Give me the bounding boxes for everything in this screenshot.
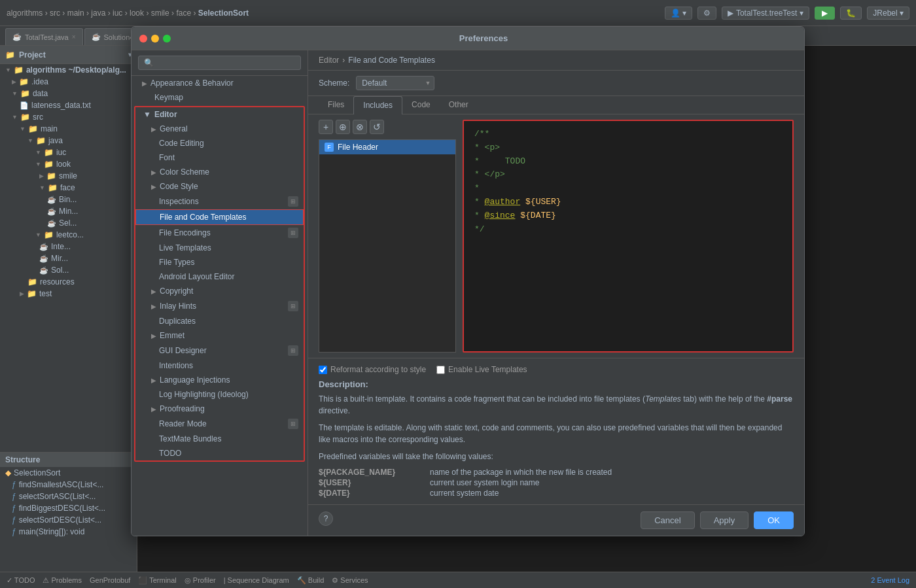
nav-file-code-templates[interactable]: File and Code Templates xyxy=(135,209,304,225)
dialog-breadcrumb: Editor › File and Code Templates xyxy=(308,50,804,71)
nav-inspections[interactable]: Inspections ⊞ xyxy=(135,194,304,209)
tree-bin[interactable]: ☕ Bin... xyxy=(0,194,137,205)
nav-file-types[interactable]: File Types xyxy=(135,255,304,269)
cancel-button[interactable]: Cancel xyxy=(641,511,694,529)
tree-look[interactable]: ▼ 📁 look xyxy=(0,158,137,170)
status-genprotobuf[interactable]: GenProtobuf xyxy=(90,576,130,584)
topbar-right: 👤 ▾ ⚙ ▶ TotalTest.treeTest ▾ ▶ 🐛 JRebel … xyxy=(665,7,909,20)
struct-selectionsort[interactable]: ◆ SelectionSort xyxy=(0,467,137,479)
copy-template-btn[interactable]: ⊕ xyxy=(336,120,350,134)
help-button[interactable]: ? xyxy=(319,511,333,526)
template-file-header[interactable]: F File Header xyxy=(319,140,455,154)
reformat-checkbox-label[interactable]: Reformat according to style xyxy=(319,365,426,374)
tree-sel[interactable]: ☕ Sel... xyxy=(0,217,137,229)
tab-code[interactable]: Code xyxy=(402,96,440,114)
tab-includes[interactable]: Includes xyxy=(353,96,402,114)
tree-lateness[interactable]: 📄 lateness_data.txt xyxy=(0,99,137,111)
status-services[interactable]: ⚙ Services xyxy=(332,576,368,585)
tree-resources[interactable]: 📁 resources xyxy=(0,276,137,288)
status-terminal[interactable]: ⬛ Terminal xyxy=(138,576,176,585)
tree-idea[interactable]: ▶ 📁 .idea xyxy=(0,76,137,88)
nav-copyright[interactable]: ▶ Copyright xyxy=(135,284,304,298)
status-sequence[interactable]: | Sequence Diagram xyxy=(224,576,289,584)
tree-java[interactable]: ▼ 📁 java xyxy=(0,135,137,147)
jrebel-button[interactable]: JRebel ▾ xyxy=(867,7,909,20)
tree-face[interactable]: ▼ 📁 face xyxy=(0,182,137,194)
description-title: Description: xyxy=(319,379,794,389)
preferences-dialog: Preferences ▶ Appearance & Behavior Keym… xyxy=(131,26,805,536)
tree-src[interactable]: ▼ 📁 src xyxy=(0,111,137,123)
tree-sol[interactable]: ☕ Sol... xyxy=(0,264,137,276)
nav-duplicates[interactable]: Duplicates xyxy=(135,314,304,328)
nav-editor-header[interactable]: ▼ Editor xyxy=(135,107,304,122)
delete-template-btn[interactable]: ⊗ xyxy=(353,120,367,134)
search-input[interactable] xyxy=(138,56,301,70)
nav-keymap[interactable]: Keymap xyxy=(132,90,308,105)
status-todo[interactable]: ✓ TODO xyxy=(7,576,35,585)
nav-gui-designer[interactable]: GUI Designer ⊞ xyxy=(135,343,304,358)
run-config-button[interactable]: ▶ TotalTest.treeTest ▾ xyxy=(722,7,809,20)
reset-template-btn[interactable]: ↺ xyxy=(370,120,384,134)
debug-button[interactable]: 🐛 xyxy=(840,7,862,20)
tree-algorithms[interactable]: ▼ 📁 algorithms ~/Desktop/alg... xyxy=(0,64,137,76)
live-templates-checkbox[interactable] xyxy=(436,366,445,374)
code-line-2: * <p> xyxy=(474,141,782,155)
live-templates-checkbox-label[interactable]: Enable Live Templates xyxy=(436,365,527,374)
nav-live-templates[interactable]: Live Templates xyxy=(135,241,304,255)
nav-code-style[interactable]: ▶ Code Style xyxy=(135,179,304,194)
struct-find-biggest[interactable]: ƒ findBiggestDESC(List<... xyxy=(0,502,137,514)
nav-reader-mode[interactable]: Reader Mode ⊞ xyxy=(135,416,304,432)
tab-other[interactable]: Other xyxy=(440,96,478,114)
tab-files[interactable]: Files xyxy=(319,96,353,114)
scheme-select[interactable]: Default xyxy=(356,76,434,90)
reformat-row: Reformat according to style Enable Live … xyxy=(319,365,794,374)
vcs-button[interactable]: 👤 ▾ xyxy=(665,7,692,20)
add-template-btn[interactable]: + xyxy=(319,120,333,134)
status-problems[interactable]: ⚠ Problems xyxy=(43,576,82,585)
tree-leetco[interactable]: ▼ 📁 leetco... xyxy=(0,229,137,241)
scheme-row: Scheme: Default xyxy=(308,71,804,96)
tree-test[interactable]: ▶ 📁 test xyxy=(0,288,137,300)
tree-inte[interactable]: ☕ Inte... xyxy=(0,241,137,252)
nav-todo[interactable]: TODO xyxy=(135,446,304,460)
reformat-checkbox[interactable] xyxy=(319,366,327,374)
status-profiler[interactable]: ◎ Profiler xyxy=(185,576,216,585)
ok-button[interactable]: OK xyxy=(754,511,794,529)
code-line-6: * @author ${USER} xyxy=(474,196,782,209)
close-button[interactable] xyxy=(139,35,147,43)
run-button[interactable]: ▶ xyxy=(815,7,835,20)
tree-iuc[interactable]: ▼ 📁 iuc xyxy=(0,147,137,158)
tree-mir[interactable]: ☕ Min... xyxy=(0,205,137,217)
nav-code-editing[interactable]: Code Editing xyxy=(135,136,304,150)
nav-font[interactable]: Font xyxy=(135,150,304,165)
nav-appearance[interactable]: ▶ Appearance & Behavior xyxy=(132,76,308,90)
settings-button[interactable]: ⚙ xyxy=(697,7,716,20)
tab-totaltest[interactable]: ☕ TotalTest.java × xyxy=(5,28,83,45)
struct-find-smallest[interactable]: ƒ findSmallestASC(List<... xyxy=(0,479,137,491)
nav-file-encodings[interactable]: File Encodings ⊞ xyxy=(135,225,304,241)
struct-select-sort-asc[interactable]: ƒ selectSortASC(List<... xyxy=(0,491,137,502)
struct-main[interactable]: ƒ main(String[]): void xyxy=(0,526,137,538)
nav-intentions[interactable]: Intentions xyxy=(135,358,304,373)
apply-button[interactable]: Apply xyxy=(700,511,749,529)
nav-color-scheme[interactable]: ▶ Color Scheme xyxy=(135,165,304,179)
event-log[interactable]: 2 Event Log xyxy=(871,576,909,584)
nav-general[interactable]: ▶ General xyxy=(135,122,304,136)
minimize-button[interactable] xyxy=(151,35,159,43)
nav-android-layout[interactable]: Android Layout Editor xyxy=(135,269,304,284)
tree-main[interactable]: ▼ 📁 main xyxy=(0,123,137,135)
maximize-button[interactable] xyxy=(163,35,171,43)
nav-language-injections[interactable]: ▶ Language Injections xyxy=(135,373,304,387)
code-content[interactable]: /** * <p> * TODO * </p> xyxy=(464,121,792,351)
nav-proofreading[interactable]: ▶ Proofreading xyxy=(135,402,304,416)
status-build[interactable]: 🔨 Build xyxy=(297,576,325,585)
template-toolbar: + ⊕ ⊗ ↺ xyxy=(319,120,456,134)
tree-data[interactable]: ▼ 📁 data xyxy=(0,88,137,99)
nav-textmate[interactable]: TextMate Bundles xyxy=(135,432,304,446)
nav-emmet[interactable]: ▶ Emmet xyxy=(135,328,304,343)
nav-log-highlighting[interactable]: Log Highlighting (Ideolog) xyxy=(135,387,304,402)
struct-select-sort-desc[interactable]: ƒ selectSortDESC(List<... xyxy=(0,514,137,526)
nav-inlay-hints[interactable]: ▶ Inlay Hints ⊞ xyxy=(135,298,304,314)
tree-smile[interactable]: ▶ 📁 smile xyxy=(0,170,137,182)
tree-mir2[interactable]: ☕ Mir... xyxy=(0,252,137,264)
